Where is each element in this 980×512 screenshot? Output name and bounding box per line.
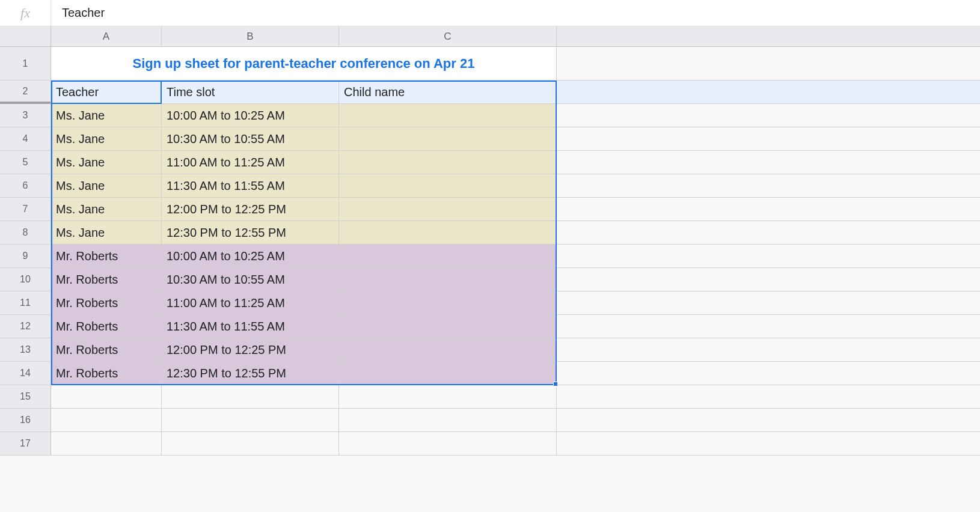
header-time-slot[interactable]: Time slot xyxy=(162,81,339,104)
cell-teacher[interactable]: Mr. Roberts xyxy=(51,338,162,362)
row-header-13[interactable]: 13 xyxy=(0,338,51,362)
row-header-8[interactable]: 8 xyxy=(0,221,51,245)
row-header-9[interactable]: 9 xyxy=(0,245,51,268)
cell-teacher[interactable]: Ms. Jane xyxy=(51,221,162,245)
empty-cell[interactable] xyxy=(557,104,980,127)
table-row xyxy=(51,385,980,409)
cell-child-name[interactable] xyxy=(339,104,557,127)
empty-cell[interactable] xyxy=(557,245,980,268)
column-headers: A B C xyxy=(51,26,980,47)
cell-teacher[interactable]: Ms. Jane xyxy=(51,151,162,174)
header-child-name[interactable]: Child name xyxy=(339,81,557,104)
row-header-11[interactable]: 11 xyxy=(0,291,51,315)
cell-time-slot[interactable]: 12:30 PM to 12:55 PM xyxy=(162,221,339,245)
cell-child-name[interactable] xyxy=(339,245,557,268)
empty-cell[interactable] xyxy=(557,174,980,198)
empty-cell[interactable] xyxy=(557,268,980,291)
cell-time-slot[interactable]: 12:30 PM to 12:55 PM xyxy=(162,362,339,385)
table-row: Mr. Roberts 10:00 AM to 10:25 AM xyxy=(51,245,980,268)
row-header-16[interactable]: 16 xyxy=(0,409,51,432)
cell-teacher[interactable]: Mr. Roberts xyxy=(51,291,162,315)
empty-cell[interactable] xyxy=(557,198,980,221)
empty-cell[interactable] xyxy=(51,385,162,409)
empty-cell[interactable] xyxy=(557,385,980,409)
empty-cell[interactable] xyxy=(557,315,980,338)
row-header-7[interactable]: 7 xyxy=(0,198,51,221)
cell-teacher[interactable]: Ms. Jane xyxy=(51,198,162,221)
row-headers: 1 2 3 4 5 6 7 8 9 10 11 12 13 14 15 16 1… xyxy=(0,26,51,456)
cell-child-name[interactable] xyxy=(339,268,557,291)
fx-icon[interactable]: fx xyxy=(0,0,51,26)
row-header-5[interactable]: 5 xyxy=(0,151,51,174)
col-header-b[interactable]: B xyxy=(162,26,339,47)
empty-cell[interactable] xyxy=(557,47,980,81)
cell-time-slot[interactable]: 11:00 AM to 11:25 AM xyxy=(162,151,339,174)
cell-child-name[interactable] xyxy=(339,315,557,338)
empty-cell[interactable] xyxy=(162,385,339,409)
col-header-c[interactable]: C xyxy=(339,26,557,47)
spreadsheet-grid: 1 2 3 4 5 6 7 8 9 10 11 12 13 14 15 16 1… xyxy=(0,26,980,456)
empty-cell[interactable] xyxy=(51,409,162,432)
row-header-14[interactable]: 14 xyxy=(0,362,51,385)
formula-input[interactable] xyxy=(51,0,980,26)
table-row: Sign up sheet for parent-teacher confere… xyxy=(51,47,980,81)
cell-time-slot[interactable]: 10:00 AM to 10:25 AM xyxy=(162,104,339,127)
cell-teacher[interactable]: Mr. Roberts xyxy=(51,245,162,268)
row-header-12[interactable]: 12 xyxy=(0,315,51,338)
empty-cell[interactable] xyxy=(557,127,980,151)
cell-teacher[interactable]: Mr. Roberts xyxy=(51,268,162,291)
empty-cell[interactable] xyxy=(557,409,980,432)
cell-time-slot[interactable]: 10:30 AM to 10:55 AM xyxy=(162,127,339,151)
cell-time-slot[interactable]: 11:30 AM to 11:55 AM xyxy=(162,315,339,338)
row-header-1[interactable]: 1 xyxy=(0,47,51,81)
cell-teacher[interactable]: Ms. Jane xyxy=(51,127,162,151)
cell-time-slot[interactable]: 11:30 AM to 11:55 AM xyxy=(162,174,339,198)
row-header-2[interactable]: 2 xyxy=(0,81,51,104)
row-header-6[interactable]: 6 xyxy=(0,174,51,198)
cell-child-name[interactable] xyxy=(339,291,557,315)
empty-cell[interactable] xyxy=(339,409,557,432)
empty-cell[interactable] xyxy=(557,151,980,174)
cell-child-name[interactable] xyxy=(339,127,557,151)
cell-teacher[interactable]: Ms. Jane xyxy=(51,174,162,198)
cell-child-name[interactable] xyxy=(339,174,557,198)
empty-cell[interactable] xyxy=(162,432,339,456)
cell-teacher[interactable]: Ms. Jane xyxy=(51,104,162,127)
cell-time-slot[interactable]: 12:00 PM to 12:25 PM xyxy=(162,338,339,362)
cell-time-slot[interactable]: 12:00 PM to 12:25 PM xyxy=(162,198,339,221)
cell-time-slot[interactable]: 10:30 AM to 10:55 AM xyxy=(162,268,339,291)
empty-cell[interactable] xyxy=(339,432,557,456)
col-header-a[interactable]: A xyxy=(51,26,162,47)
row-header-3[interactable]: 3 xyxy=(0,104,51,127)
row-header-4[interactable]: 4 xyxy=(0,127,51,151)
table-row: Ms. Jane 11:30 AM to 11:55 AM xyxy=(51,174,980,198)
row-header-17[interactable]: 17 xyxy=(0,432,51,456)
empty-cell[interactable] xyxy=(557,221,980,245)
empty-cell[interactable] xyxy=(557,338,980,362)
empty-cell[interactable] xyxy=(51,432,162,456)
table-row: Ms. Jane 11:00 AM to 11:25 AM xyxy=(51,151,980,174)
cell-time-slot[interactable]: 10:00 AM to 10:25 AM xyxy=(162,245,339,268)
sheet-title[interactable]: Sign up sheet for parent-teacher confere… xyxy=(51,47,557,81)
col-header-rest xyxy=(557,26,980,47)
cell-child-name[interactable] xyxy=(339,221,557,245)
cell-teacher[interactable]: Mr. Roberts xyxy=(51,315,162,338)
select-all-corner[interactable] xyxy=(0,26,51,47)
cell-child-name[interactable] xyxy=(339,198,557,221)
grid-area: A B C Sign up sheet for parent-teacher c… xyxy=(51,26,980,456)
row-header-10[interactable]: 10 xyxy=(0,268,51,291)
empty-cell[interactable] xyxy=(557,81,980,104)
empty-cell[interactable] xyxy=(339,385,557,409)
empty-cell[interactable] xyxy=(557,432,980,456)
empty-cell[interactable] xyxy=(162,409,339,432)
cell-teacher[interactable]: Mr. Roberts xyxy=(51,362,162,385)
empty-cell[interactable] xyxy=(557,362,980,385)
cell-child-name[interactable] xyxy=(339,338,557,362)
cell-child-name[interactable] xyxy=(339,151,557,174)
header-teacher[interactable]: Teacher xyxy=(51,81,162,104)
table-row: Ms. Jane 12:00 PM to 12:25 PM xyxy=(51,198,980,221)
cell-child-name[interactable] xyxy=(339,362,557,385)
cell-time-slot[interactable]: 11:00 AM to 11:25 AM xyxy=(162,291,339,315)
empty-cell[interactable] xyxy=(557,291,980,315)
row-header-15[interactable]: 15 xyxy=(0,385,51,409)
